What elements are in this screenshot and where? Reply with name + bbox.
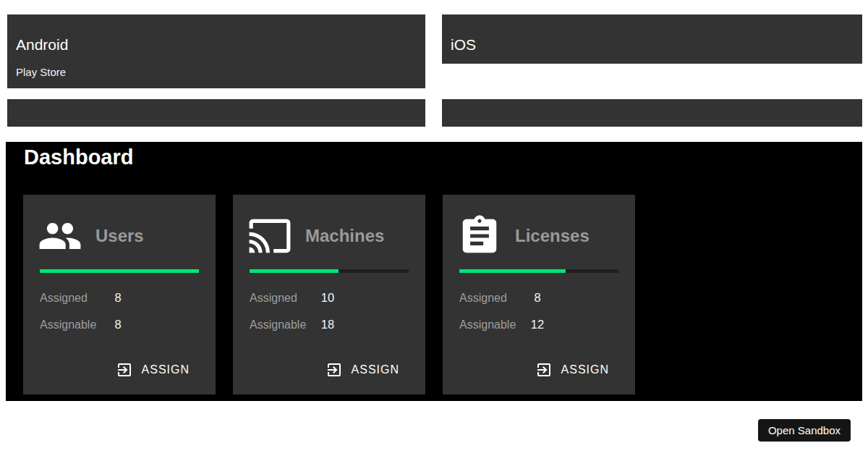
users-card-header: Users [23,195,216,258]
assign-button-label: ASSIGN [142,363,190,376]
licenses-stats: Assigned 8 Assignable 12 [443,284,635,338]
users-stats: Assigned 8 Assignable 8 [23,284,216,338]
licenses-progress-fill [459,269,566,273]
ios-placeholder-bar [442,99,862,127]
users-assign-button[interactable]: ASSIGN [104,357,201,383]
table-row: Assignable 8 [23,311,216,338]
assignable-label: Assignable [40,318,102,332]
assignable-label: Assignable [459,318,522,332]
android-card-title: Android [16,36,425,54]
open-sandbox-button[interactable]: Open Sandbox [758,419,851,442]
ios-card[interactable]: iOS [442,14,862,64]
exit-to-app-icon [116,361,133,379]
table-row: Assignable 18 [233,311,425,338]
users-progress-bar [40,269,199,273]
machines-card-title: Machines [305,226,384,246]
machines-stats: Assigned 10 Assignable 18 [233,284,425,338]
machines-progress-bar [250,269,409,273]
stat-cards-row: Users Assigned 8 Assignable 8 ASSIGN [23,195,635,394]
machines-card: Machines Assigned 10 Assignable 18 A [233,195,425,394]
android-card[interactable]: Android Play Store [7,14,425,88]
machines-card-header: Machines [233,195,425,258]
machines-assign-button[interactable]: ASSIGN [314,357,411,383]
people-icon [38,214,82,258]
machines-progress-fill [250,269,339,273]
assignable-value: 12 [522,318,553,332]
assigned-label: Assigned [40,292,102,305]
assignable-label: Assignable [250,318,312,332]
android-placeholder-bar [7,99,425,127]
android-card-subtitle: Play Store [16,66,425,78]
licenses-card-header: Licenses [443,195,635,258]
assignable-value: 8 [102,318,134,332]
cast-icon [247,214,292,258]
assigned-label: Assigned [459,292,522,305]
ios-card-title: iOS [451,36,862,54]
licenses-card: Licenses Assigned 8 Assignable 12 AS [443,195,635,394]
exit-to-app-icon [326,361,343,379]
users-card-title: Users [95,226,144,246]
assigned-value: 8 [102,291,134,305]
assigned-value: 8 [522,291,553,305]
table-row: Assigned 8 [23,284,216,311]
users-card: Users Assigned 8 Assignable 8 ASSIGN [23,195,216,394]
assigned-label: Assigned [250,292,312,305]
assigned-value: 10 [312,291,344,305]
clipboard-icon [457,214,502,258]
table-row: Assigned 10 [233,284,425,311]
assign-button-label: ASSIGN [352,363,399,376]
dashboard-section: Dashboard Users Assigned 8 Assignable [6,142,862,401]
licenses-progress-bar [459,269,618,273]
exit-to-app-icon [535,361,553,379]
table-row: Assignable 12 [443,311,635,338]
page-title: Dashboard [24,145,862,169]
assign-button-label: ASSIGN [561,363,609,376]
licenses-card-title: Licenses [515,226,590,246]
users-progress-fill [40,269,199,273]
assignable-value: 18 [312,318,344,332]
licenses-assign-button[interactable]: ASSIGN [524,357,621,383]
table-row: Assigned 8 [443,284,635,311]
